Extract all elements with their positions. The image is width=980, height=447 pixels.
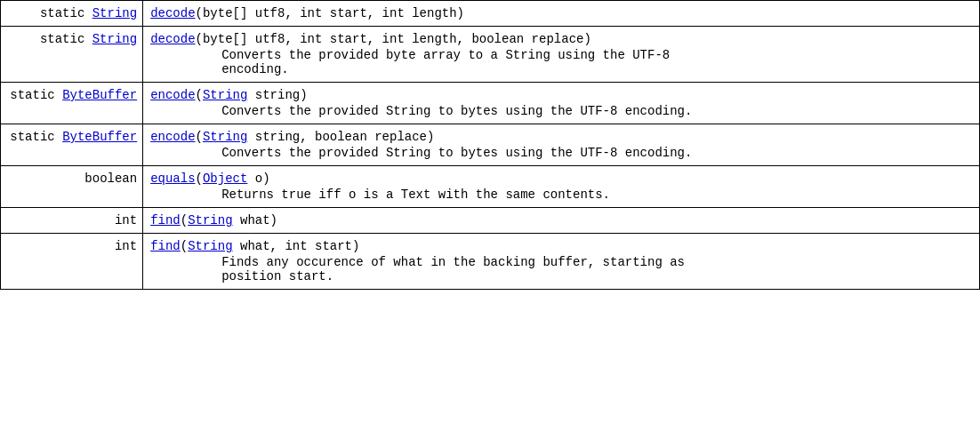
return-type-cell: static String: [1, 1, 143, 27]
return-type-cell: int: [1, 234, 143, 290]
method-cell: equals(Object o) Returns true iff o is a…: [143, 166, 980, 208]
static-prefix: static: [40, 6, 92, 20]
method-sig: (: [196, 88, 203, 102]
param-type-link[interactable]: String: [188, 239, 232, 253]
method-sig-prefix: (: [181, 239, 188, 253]
param-type-link[interactable]: Object: [203, 172, 247, 186]
method-sig-suffix: string, boolean replace): [247, 130, 434, 144]
return-type-link[interactable]: ByteBuffer: [62, 88, 137, 102]
method-link[interactable]: find: [150, 239, 181, 253]
method-sig: (byte[] utf8, int start, int length, boo…: [196, 32, 591, 46]
method-sig-prefix: (: [181, 213, 188, 227]
method-link[interactable]: encode: [150, 130, 195, 144]
method-sig-suffix: string): [247, 88, 307, 102]
method-description: Converts the provided byte array to a St…: [150, 48, 972, 76]
method-description: Converts the provided String to bytes us…: [150, 104, 972, 118]
method-sig: (byte[] utf8, int start, int length): [196, 6, 464, 20]
static-prefix: static: [40, 32, 92, 46]
table-row: int find(String what, int start) Finds a…: [1, 234, 980, 290]
method-sig: (: [196, 130, 203, 144]
method-link[interactable]: encode: [150, 88, 195, 102]
api-table: static String decode(byte[] utf8, int st…: [0, 0, 980, 290]
method-sig-suffix: o): [247, 172, 269, 186]
method-cell: decode(byte[] utf8, int start, int lengt…: [143, 1, 980, 27]
method-description: Converts the provided String to bytes us…: [150, 146, 972, 160]
return-type-cell: boolean: [1, 166, 143, 208]
return-type-link[interactable]: String: [92, 32, 137, 46]
method-sig-suffix: what): [233, 213, 277, 227]
param-type-link[interactable]: String: [203, 130, 247, 144]
method-description: Returns true iff o is a Text with the sa…: [150, 188, 972, 202]
method-sig-suffix: what, int start): [233, 239, 360, 253]
return-type-cell: int: [1, 208, 143, 234]
table-row: static ByteBuffer encode(String string, …: [1, 124, 980, 166]
table-row: static String decode(byte[] utf8, int st…: [1, 27, 980, 83]
param-type-link[interactable]: String: [188, 213, 232, 227]
table-row: boolean equals(Object o) Returns true if…: [1, 166, 980, 208]
return-type-cell: static ByteBuffer: [1, 124, 143, 166]
static-prefix: static: [10, 130, 62, 144]
method-cell: find(String what, int start) Finds any o…: [143, 234, 980, 290]
return-type-link[interactable]: String: [92, 6, 137, 20]
method-link[interactable]: find: [150, 213, 181, 227]
method-link[interactable]: decode: [150, 6, 195, 20]
return-type-cell: static String: [1, 27, 143, 83]
method-cell: decode(byte[] utf8, int start, int lengt…: [143, 27, 980, 83]
method-cell: encode(String string) Converts the provi…: [143, 83, 980, 124]
param-type-link[interactable]: String: [203, 88, 247, 102]
method-link[interactable]: decode: [150, 32, 195, 46]
return-type-link[interactable]: ByteBuffer: [62, 130, 137, 144]
method-description: Finds any occurence of what in the backi…: [150, 255, 972, 283]
method-link[interactable]: equals: [150, 172, 195, 186]
return-type-plain: boolean: [84, 172, 137, 186]
static-prefix: static: [10, 88, 62, 102]
return-type-plain: int: [115, 213, 137, 227]
table-row: static String decode(byte[] utf8, int st…: [1, 1, 980, 27]
method-cell: find(String what): [143, 208, 980, 234]
method-cell: encode(String string, boolean replace) C…: [143, 124, 980, 166]
return-type-plain: int: [115, 239, 137, 253]
table-row: static ByteBuffer encode(String string) …: [1, 83, 980, 124]
table-row: int find(String what): [1, 208, 980, 234]
return-type-cell: static ByteBuffer: [1, 83, 143, 124]
method-sig-prefix: (: [196, 172, 203, 186]
